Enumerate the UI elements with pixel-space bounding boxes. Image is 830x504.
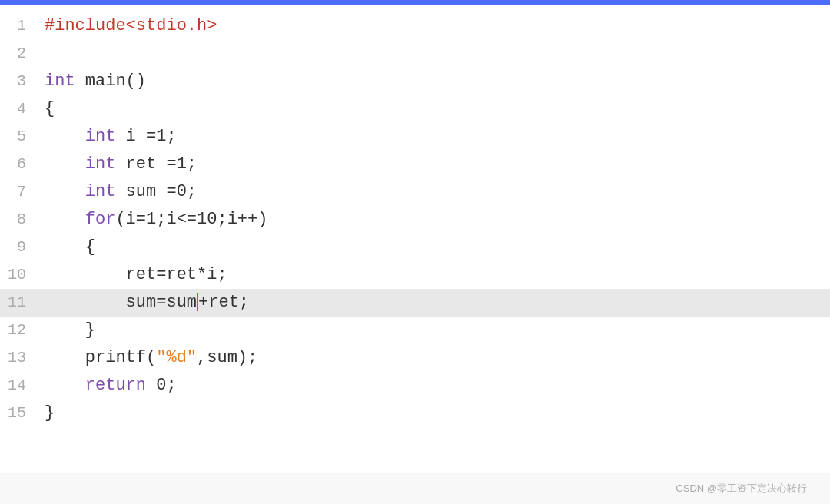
code-line-10: 10 ret=ret*i; <box>0 261 830 289</box>
line-number-13: 13 <box>0 344 38 372</box>
line-number-11: 11 <box>0 289 38 317</box>
code-line-11: 11 sum=sum+ret; <box>0 289 830 317</box>
line-content-4: { <box>38 95 830 123</box>
code-area: 1 #include<stdio.h> 2 3 int main() 4 { 5… <box>0 12 830 427</box>
code-line-9: 9 { <box>0 234 830 261</box>
footer: CSDN @零工资下定决心转行 <box>0 473 830 504</box>
line-number-12: 12 <box>0 317 38 344</box>
code-line-4: 4 { <box>0 95 830 123</box>
line-number-2: 2 <box>0 40 38 68</box>
line-number-10: 10 <box>0 261 38 289</box>
line-content-13: printf("%d",sum); <box>38 344 830 372</box>
code-line-8: 8 for(i=1;i<=10;i++) <box>0 206 830 234</box>
line-number-6: 6 <box>0 151 38 178</box>
line-content-3: int main() <box>38 68 830 95</box>
line-content-7: int sum =0; <box>38 178 830 206</box>
code-line-1: 1 #include<stdio.h> <box>0 12 830 40</box>
line-content-1: #include<stdio.h> <box>38 12 830 40</box>
line-number-9: 9 <box>0 234 38 261</box>
line-content-8: for(i=1;i<=10;i++) <box>38 206 830 234</box>
code-line-15: 15 } <box>0 400 830 427</box>
code-line-12: 12 } <box>0 317 830 344</box>
line-number-14: 14 <box>0 372 38 400</box>
line-content-5: int i =1; <box>38 123 830 151</box>
line-content-9: { <box>38 234 830 261</box>
line-content-6: int ret =1; <box>38 151 830 178</box>
line-number-8: 8 <box>0 206 38 234</box>
line-content-10: ret=ret*i; <box>38 261 830 289</box>
line-number-5: 5 <box>0 123 38 151</box>
code-line-13: 13 printf("%d",sum); <box>0 344 830 372</box>
line-number-7: 7 <box>0 178 38 206</box>
line-content-11: sum=sum+ret; <box>38 289 830 317</box>
code-line-2: 2 <box>0 40 830 68</box>
line-number-4: 4 <box>0 95 38 123</box>
code-line-6: 6 int ret =1; <box>0 151 830 178</box>
line-content-14: return 0; <box>38 372 830 400</box>
code-line-14: 14 return 0; <box>0 372 830 400</box>
editor-container: 1 #include<stdio.h> 2 3 int main() 4 { 5… <box>0 5 830 473</box>
code-line-7: 7 int sum =0; <box>0 178 830 206</box>
code-line-5: 5 int i =1; <box>0 123 830 151</box>
line-number-15: 15 <box>0 400 38 427</box>
line-number-3: 3 <box>0 68 38 95</box>
line-content-15: } <box>38 400 830 427</box>
code-line-3: 3 int main() <box>0 68 830 95</box>
footer-watermark: CSDN @零工资下定决心转行 <box>676 482 807 496</box>
line-content-12: } <box>38 317 830 344</box>
line-number-1: 1 <box>0 12 38 40</box>
